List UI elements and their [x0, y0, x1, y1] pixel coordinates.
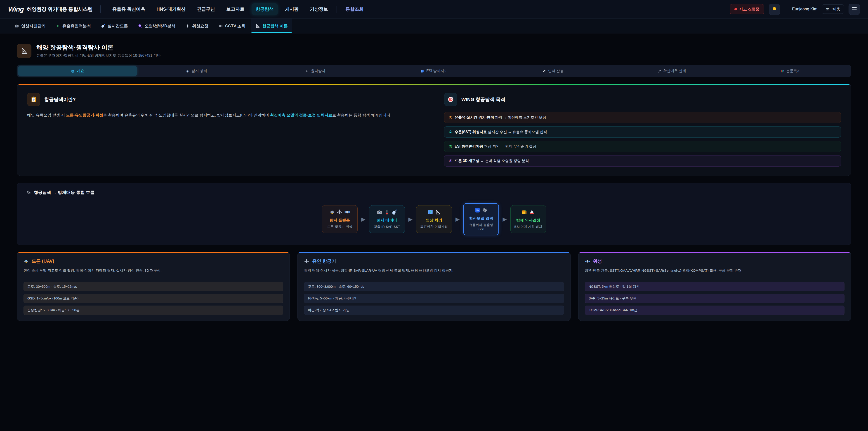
nav-item-oil-spill-prediction[interactable]: 유출유 확산예측	[108, 3, 149, 15]
star-icon	[185, 24, 190, 28]
logo-mark: Wing	[8, 5, 24, 13]
page-icon-box	[17, 43, 31, 58]
nav-item-integrated-search[interactable]: 통합조회	[341, 3, 368, 15]
flow-arrow-icon: ▶	[361, 216, 365, 222]
tab-detection-equipment[interactable]: 탐지 장비	[137, 66, 256, 76]
tab-overview[interactable]: 개요	[18, 66, 137, 76]
camera-icon	[377, 209, 382, 215]
spec-row: 야간·악기상 SAR 탐지 가능	[304, 306, 564, 315]
card-description: 광역 탐색·장시간 체공. 광학·IR·SAR·SLAR·UV 형광 센서 복합…	[304, 268, 564, 280]
page-subtitle: 유출유 원격탐지·항공감시 기법·ESI 방제정보지도·등록특허 10-1567…	[36, 53, 160, 58]
step-title: 영상 처리	[418, 218, 450, 223]
cctv-icon	[218, 24, 223, 28]
incident-dot-icon	[735, 8, 737, 10]
page-title: 해양 항공탐색·원격탐사 이론	[36, 43, 160, 52]
flow-step-sensor-data: 센서 데이터 광학·IR·SAR·SST	[369, 205, 405, 233]
target-icon-box	[444, 93, 457, 106]
app-logo[interactable]: Wing 해양환경 위기대응 통합시스템	[8, 5, 93, 13]
wave-icon	[474, 207, 480, 213]
bell-icon	[772, 6, 777, 12]
satellite-icon	[344, 209, 350, 215]
subnav-item-pollution-ship-3d[interactable]: 오염/선박3D분석	[134, 19, 180, 33]
subnav-item-oil-area-analysis[interactable]: 유출유면적분석	[52, 19, 95, 33]
tab-label: 원격탐사	[311, 69, 325, 73]
wing-purpose-section: WING 항공탐색 목적 ①유출유 실시간 위치·면적 파악 → 확산예측 초기…	[444, 93, 841, 166]
section-title: WING 항공탐색 목적	[461, 96, 505, 102]
theory-tabbar: 개요 탐지 장비 원격탐사 ESI 방제지도 면적 산정 확산예측 연계 논문특…	[17, 65, 851, 77]
flow-arrow-icon: ▶	[502, 216, 506, 222]
tab-remote-sensing[interactable]: 원격탐사	[256, 66, 375, 76]
card-drone-uav: 드론 (UAV) 현장 즉시 투입·저고도 정밀 촬영. 광학·적외선 카메라 …	[17, 252, 290, 321]
card-satellite: 위성 광역·반복 관측. SST(NOAA AVHRR·NGSST)·SAR(S…	[578, 252, 851, 321]
nav-item-hns-dispersion[interactable]: HNS·대기확산	[152, 3, 190, 15]
step-subtitle: 광학·IR·SAR·SST	[372, 225, 402, 229]
tab-esi-map[interactable]: ESI 방제지도	[375, 66, 493, 76]
card-title: 유인 항공기	[312, 258, 336, 264]
subnav-item-realtime-drone[interactable]: 실시간드론	[97, 19, 132, 33]
satellite-icon	[186, 69, 189, 73]
link-icon	[657, 69, 661, 73]
nav-item-board[interactable]: 게시판	[281, 3, 303, 15]
book-icon	[421, 69, 424, 73]
page-header: 해양 항공탐색·원격탐사 이론 유출유 원격탐지·항공감시 기법·ESI 방제정…	[17, 43, 851, 58]
subnav-label: 항공탐색 이론	[262, 23, 288, 29]
spec-row: KOMPSAT-5: X-band SAR 1m급	[585, 306, 844, 315]
purpose-item-4: ④드론 3D 재구성 → 선박 식별·오염원 정밀 분석	[444, 155, 841, 166]
step-title: 센서 데이터	[372, 218, 402, 223]
nav-item-emergency-rescue[interactable]: 긴급구난	[193, 3, 219, 15]
flow-arrow-icon: ▶	[456, 216, 460, 222]
main-content: 해양 항공탐색·원격탐사 이론 유출유 원격탐지·항공감시 기법·ESI 방제정…	[0, 43, 868, 321]
tab-label: 개요	[77, 69, 84, 73]
ship-icon	[529, 209, 535, 215]
subnav-label: CCTV 조회	[225, 23, 246, 29]
subnav-label: 영상사진관리	[21, 23, 46, 29]
what-is-aerial-search-section: 항공탐색이란? 해양 유류오염 발생 시 드론·유인항공기·위성을 활용하여 유…	[27, 93, 424, 166]
target-icon	[447, 96, 454, 103]
subnav-label: 실시간드론	[107, 23, 128, 29]
set-square-icon	[435, 209, 441, 215]
star-icon	[305, 69, 309, 73]
tab-label: 면적 산정	[548, 69, 563, 73]
user-name: Eunjeong Kim	[792, 7, 817, 11]
spec-row: GSD: 1~5cm/px (100m 고도 기준)	[24, 294, 283, 303]
section-title: 항공탐색이란?	[44, 96, 76, 102]
tab-label: 탐지 장비	[191, 69, 207, 73]
hamburger-menu-button[interactable]	[848, 4, 860, 15]
pencil-icon	[542, 69, 546, 73]
flow-arrow-icon: ▶	[408, 216, 412, 222]
subnav-item-cctv[interactable]: CCTV 조회	[214, 19, 250, 33]
satellite-dish-icon	[392, 209, 397, 215]
subnav-item-image-photo-mgmt[interactable]: 영상사진관리	[10, 19, 50, 33]
step-subtitle: 좌표변환·면적산정	[418, 225, 450, 229]
globe-icon	[71, 69, 75, 73]
subnav-item-satellite-request[interactable]: 위성요청	[181, 19, 213, 33]
tab-label: 확산예측 연계	[663, 69, 686, 73]
flow-step-response-decision: 방제 의사결정 ESI 연계·자원 배치	[510, 205, 546, 233]
drone-icon	[24, 258, 29, 264]
magnifier-icon	[138, 24, 143, 28]
divider	[100, 5, 101, 13]
nav-item-aerial-search[interactable]: 항공탐색	[252, 3, 278, 15]
set-square-icon	[20, 47, 28, 55]
sub-navbar: 영상사진관리 유출유면적분석 실시간드론 오염/선박3D분석 위성요청 CCTV…	[0, 19, 868, 33]
card-description: 광역·반복 관측. SST(NOAA AVHRR·NGSST)·SAR(Sent…	[585, 268, 844, 280]
nav-item-reports[interactable]: 보고자료	[222, 3, 248, 15]
nav-item-weather[interactable]: 기상정보	[306, 3, 332, 15]
step-subtitle: 드론·항공기·위성	[324, 225, 355, 229]
card-manned-aircraft: 유인 항공기 광역 탐색·장시간 체공. 광학·IR·SAR·SLAR·UV 형…	[298, 252, 570, 321]
spec-row: 운용반경: 5~30km · 체공: 30~90분	[24, 306, 283, 315]
flow-title: 항공탐색 → 방제대응 통합 흐름	[34, 190, 94, 195]
notifications-button[interactable]	[769, 4, 780, 15]
tab-papers-patents[interactable]: 논문특허	[731, 66, 850, 76]
subnav-label: 유출유면적분석	[62, 23, 91, 29]
tab-prediction-link[interactable]: 확산예측 연계	[612, 66, 731, 76]
divider	[786, 6, 786, 13]
subnav-item-aerial-search-theory[interactable]: 항공탐색 이론	[251, 19, 292, 33]
tab-area-calculation[interactable]: 면적 산정	[493, 66, 612, 76]
logout-button[interactable]: 로그아웃	[822, 4, 844, 14]
top-navbar: Wing 해양환경 위기대응 통합시스템 유출유 확산예측 HNS·대기확산 긴…	[0, 0, 868, 19]
spec-row: 탐색폭: 5~50km · 체공: 4~8시간	[304, 294, 564, 303]
purpose-item-1: ①유출유 실시간 위치·면적 파악 → 확산예측 초기조건 보정	[444, 112, 841, 123]
thermometer-icon	[384, 209, 390, 215]
flow-step-dispersion-model-input: 확산모델 입력 유출위치·유출량·SST	[463, 203, 499, 235]
